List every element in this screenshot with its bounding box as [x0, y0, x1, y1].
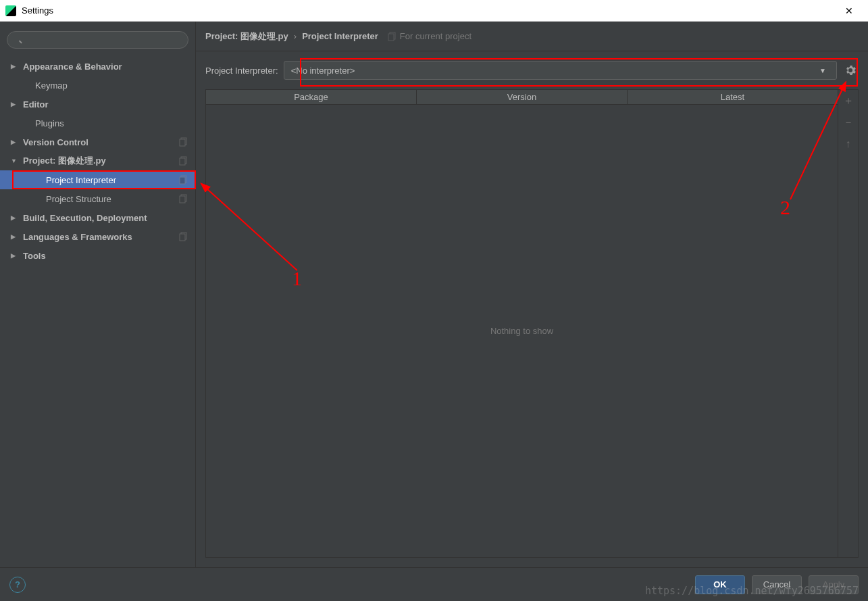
footer: ? OK Cancel Apply	[0, 567, 868, 601]
tree-item-project-py[interactable]: Project: 图像处理.py	[0, 151, 195, 170]
table-header: Package Version Latest	[206, 90, 838, 105]
interpreter-row: Project Interpreter: <No interpreter> ▼	[196, 51, 868, 89]
tree-label: Project Structure	[46, 194, 179, 204]
tree-label: Editor	[23, 99, 188, 110]
breadcrumb: Project: 图像处理.py › Project Interpreter F…	[196, 22, 868, 51]
content: Project: 图像处理.py › Project Interpreter F…	[196, 22, 868, 567]
breadcrumb-page: Project Interpreter	[302, 31, 378, 41]
svg-rect-9	[180, 234, 185, 241]
tree-item-editor[interactable]: Editor	[0, 95, 195, 114]
upgrade-package-button[interactable]: ↑	[842, 137, 855, 151]
window-title: Settings	[22, 5, 836, 16]
packages-table: Package Version Latest Nothing to show	[206, 90, 838, 557]
tree-arrow-icon	[11, 139, 19, 145]
column-version[interactable]: Version	[417, 90, 628, 104]
copy-icon	[388, 32, 397, 41]
tree-item-tools[interactable]: Tools	[0, 246, 195, 265]
tree-item-build-execution-deployment[interactable]: Build, Execution, Deployment	[0, 208, 195, 227]
empty-message: Nothing to show	[490, 326, 553, 336]
column-package[interactable]: Package	[206, 90, 417, 104]
tree-label: Build, Execution, Deployment	[23, 213, 188, 223]
help-button[interactable]: ?	[9, 577, 26, 593]
titlebar: Settings ✕	[0, 0, 868, 22]
copy-icon	[179, 232, 188, 241]
interpreter-pane: Project Interpreter: <No interpreter> ▼ …	[196, 51, 868, 567]
breadcrumb-note: For current project	[388, 31, 471, 41]
tree-label: Plugins	[35, 118, 188, 128]
apply-button[interactable]: Apply	[809, 575, 859, 594]
search-box	[0, 27, 195, 53]
tree-label: Languages & Frameworks	[23, 232, 179, 242]
tree-arrow-icon	[11, 63, 19, 70]
tree-item-project-interpreter[interactable]: Project Interpreter	[0, 170, 195, 189]
copy-icon	[179, 156, 188, 166]
ok-button[interactable]: OK	[695, 575, 745, 594]
interpreter-label: Project Interpreter:	[205, 66, 278, 76]
tree-label: Tools	[23, 251, 188, 261]
remove-package-button[interactable]: －	[842, 116, 855, 129]
tree-item-appearance-behavior[interactable]: Appearance & Behavior	[0, 57, 195, 76]
settings-tree: Appearance & BehaviorKeymapEditorPlugins…	[0, 53, 195, 269]
chevron-right-icon: ›	[294, 31, 297, 41]
tree-label: Project: 图像处理.py	[23, 155, 179, 167]
chevron-down-icon: ▼	[816, 67, 829, 74]
close-button[interactable]: ✕	[836, 0, 863, 22]
column-latest[interactable]: Latest	[628, 90, 838, 104]
tree-arrow-icon	[11, 101, 19, 107]
tree-arrow-icon	[11, 252, 19, 259]
copy-icon	[179, 175, 188, 185]
interpreter-dropdown[interactable]: <No interpreter> ▼	[284, 61, 837, 80]
table-body: Nothing to show	[206, 105, 838, 557]
tree-item-plugins[interactable]: Plugins	[0, 114, 195, 133]
gear-button[interactable]	[842, 62, 859, 78]
tree-label: Project Interpreter	[46, 175, 179, 185]
sidebar: Appearance & BehaviorKeymapEditorPlugins…	[0, 22, 196, 567]
svg-rect-11	[388, 34, 394, 41]
svg-rect-5	[180, 177, 185, 184]
tree-item-keymap[interactable]: Keymap	[0, 76, 195, 95]
tree-label: Version Control	[23, 137, 179, 147]
packages-table-wrap: Package Version Latest Nothing to show ＋…	[205, 89, 859, 558]
tree-arrow-icon	[11, 158, 19, 164]
tree-arrow-icon	[11, 214, 19, 221]
search-input[interactable]	[7, 31, 188, 49]
svg-rect-3	[180, 158, 185, 165]
interpreter-value: <No interpreter>	[291, 66, 816, 76]
copy-icon	[179, 194, 188, 203]
svg-rect-7	[180, 196, 185, 203]
breadcrumb-project: Project: 图像处理.py	[205, 30, 288, 43]
copy-icon	[179, 137, 188, 147]
tree-label: Keymap	[35, 80, 188, 91]
cancel-button[interactable]: Cancel	[752, 575, 802, 594]
tree-item-project-structure[interactable]: Project Structure	[0, 189, 195, 208]
table-side-tools: ＋ － ↑	[838, 90, 858, 557]
add-package-button[interactable]: ＋	[842, 94, 855, 107]
tree-label: Appearance & Behavior	[23, 62, 188, 72]
svg-rect-1	[180, 139, 185, 146]
tree-arrow-icon	[11, 233, 19, 240]
app-icon	[5, 5, 16, 16]
main: Appearance & BehaviorKeymapEditorPlugins…	[0, 22, 868, 567]
tree-item-languages-frameworks[interactable]: Languages & Frameworks	[0, 227, 195, 246]
tree-item-version-control[interactable]: Version Control	[0, 133, 195, 151]
